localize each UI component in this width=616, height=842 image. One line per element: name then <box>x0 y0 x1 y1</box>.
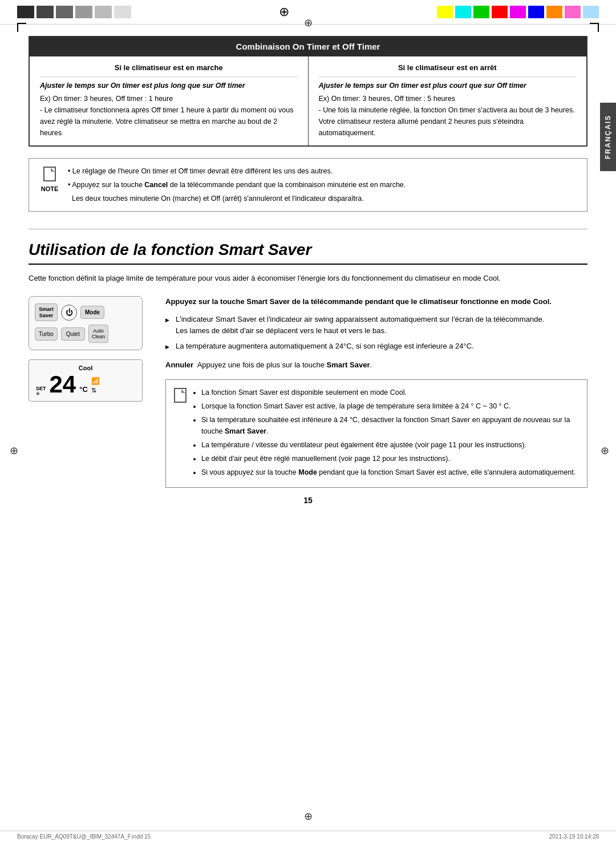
side-tab-label: FRANÇAIS <box>604 115 612 159</box>
bullet-item-2: La température augmentera automatiquemen… <box>165 341 587 353</box>
swatch-yellow <box>437 6 453 18</box>
remote-row2: Turbo Quiet AutoClean <box>35 325 136 343</box>
auto-clean-button: AutoClean <box>88 325 109 343</box>
swatch-6 <box>114 6 131 18</box>
note-label: NOTE <box>41 184 59 195</box>
turbo-button: Turbo <box>35 327 58 341</box>
crosshair-left <box>8 445 19 456</box>
smart-saver-title: Utilisation de la fonction Smart Saver <box>29 241 587 265</box>
timer-title: Combinaison On Timer et Off Timer <box>30 37 586 56</box>
remote-illustrations: SmartSaver ⏻ Mode Turbo Quiet AutoClean … <box>29 296 148 402</box>
display-set-label: SET ❄ <box>36 386 46 396</box>
timer-table: Si le climatiseur est en marche Ajuster … <box>30 56 586 145</box>
display-screen: Cool SET ❄ 24 °C 📶 ⇅ <box>29 359 143 402</box>
timer-section: Combinaison On Timer et Off Timer Si le … <box>29 36 587 147</box>
crosshair-right <box>599 445 610 456</box>
timer-col1-header: Si le climatiseur est en marche <box>40 63 298 77</box>
instruction-bullets: L'indicateur Smart Saver et l'indicateur… <box>165 314 587 353</box>
display-degree: °C <box>79 385 88 394</box>
swing-icon: ⇅ <box>91 387 100 394</box>
smart-saver-bold: Smart Saver <box>327 361 370 369</box>
timer-col-1: Si le climatiseur est en marche Ajuster … <box>30 56 309 145</box>
swatch-lightblue <box>583 6 599 18</box>
quiet-button: Quiet <box>61 327 85 341</box>
notes-list: La fonction Smart Saver est disponible s… <box>192 387 579 480</box>
note-line2: • Appuyez sur la touche Cancel de la tél… <box>68 179 578 191</box>
bullet-item-1: L'indicateur Smart Saver et l'indicateur… <box>165 314 587 338</box>
note-doc-icon <box>43 167 56 181</box>
timer-col1-body: Ex) On timer: 3 heures, Off timer : 1 he… <box>40 93 298 139</box>
note-item-5: Le débit d'air peut être réglé manuellem… <box>201 453 579 464</box>
crosshair-top <box>302 17 314 29</box>
mode-button: Mode <box>80 306 104 319</box>
swatch-red <box>492 6 508 18</box>
timer-col1-subtitle: Ajuster le temps sur On timer est plus l… <box>40 82 298 90</box>
note-item-6: Si vous appuyez sur la touche Mode penda… <box>201 467 579 478</box>
timer-col2-body: Ex) On timer: 3 heures, Off timer : 5 he… <box>319 93 577 139</box>
swatch-blue <box>528 6 544 18</box>
swatch-green <box>473 6 489 18</box>
smart-saver-intro: Cette fonction définit la plage limite d… <box>29 273 587 285</box>
crosshair-top-bar: ⊕ <box>279 5 289 19</box>
smart-saver-body: SmartSaver ⏻ Mode Turbo Quiet AutoClean … <box>29 296 587 488</box>
swatch-5 <box>95 6 112 18</box>
notes-box-bottom: La fonction Smart Saver est disponible s… <box>165 379 587 488</box>
note-item-2: Lorsque la fonction Smart Saver est acti… <box>201 400 579 412</box>
crosshair-bottom <box>302 811 314 822</box>
section-divider <box>29 229 587 229</box>
notes-doc-icon <box>174 388 187 403</box>
footer-bar: Boracay EUR_AQ09T&U@_IBIM_32447A_F.indd … <box>0 831 616 842</box>
corner-mark-tl <box>17 23 26 32</box>
instruction-title: Appuyez sur la touche Smart Saver de la … <box>165 296 587 308</box>
display-icons: 📶 ⇅ <box>91 377 100 394</box>
display-temperature: 24 <box>50 373 76 396</box>
note-icon-area: NOTE <box>38 165 61 195</box>
power-button: ⏻ <box>61 305 77 321</box>
wifi-icon: 📶 <box>91 377 100 385</box>
swatch-1 <box>17 6 34 18</box>
note-item-1: La fonction Smart Saver est disponible s… <box>201 387 579 398</box>
remote-row1: SmartSaver ⏻ Mode <box>35 303 136 322</box>
note-content: • Le réglage de l'heure On timer et Off … <box>68 165 578 204</box>
smart-saver-button: SmartSaver <box>35 303 58 322</box>
swatch-pink <box>565 6 581 18</box>
display-snowflake: ❄ <box>36 391 46 396</box>
swatch-magenta <box>510 6 526 18</box>
swatch-3 <box>56 6 73 18</box>
note-line3: Les deux touches minuterie On (marche) e… <box>68 193 578 204</box>
footer-right: 2011-3-19 10:14:28 <box>549 833 599 840</box>
timer-col2-subtitle: Ajuster le temps sur On timer est plus c… <box>319 82 577 90</box>
annuler-label: Annuler <box>165 361 193 369</box>
swatch-4 <box>75 6 92 18</box>
swatch-2 <box>37 6 54 18</box>
corner-mark-tr <box>590 23 599 32</box>
swatch-orange <box>546 6 562 18</box>
page-number: 15 <box>29 488 587 508</box>
side-tab-francais: FRANÇAIS <box>600 103 616 171</box>
page-content: Combinaison On Timer et Off Timer Si le … <box>0 25 616 525</box>
timer-col-2: Si le climatiseur est en arrêt Ajuster l… <box>309 56 587 145</box>
color-swatches-right <box>437 6 599 18</box>
remote-control-top: SmartSaver ⏻ Mode Turbo Quiet AutoClean <box>29 296 143 351</box>
annuler-line: Annuler Appuyez une fois de plus sur la … <box>165 359 587 371</box>
timer-col2-header: Si le climatiseur est en arrêt <box>319 63 577 77</box>
note-box: NOTE • Le réglage de l'heure On timer et… <box>29 158 587 212</box>
smart-saver-right: Appuyez sur la touche Smart Saver de la … <box>165 296 587 488</box>
note-item-3: Si la température souhaitée est inférieu… <box>201 414 579 437</box>
footer-left: Boracay EUR_AQ09T&U@_IBIM_32447A_F.indd … <box>17 833 151 840</box>
color-swatches-left <box>17 6 131 18</box>
note-item-4: La température / vitesse du ventilateur … <box>201 439 579 451</box>
note-line1: • Le réglage de l'heure On timer et Off … <box>68 165 578 177</box>
swatch-cyan <box>455 6 471 18</box>
